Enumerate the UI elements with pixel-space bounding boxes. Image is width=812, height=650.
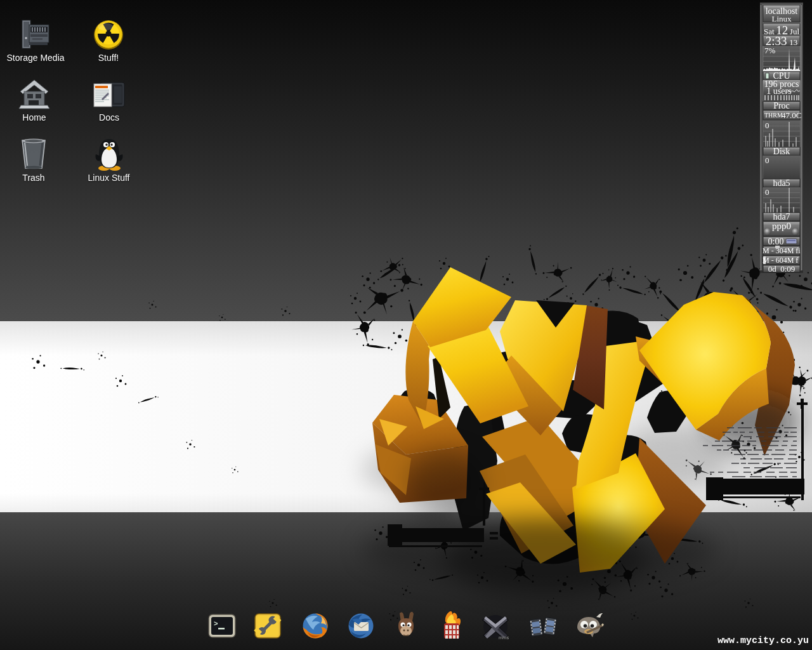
- svg-text:>: >: [214, 620, 218, 628]
- svg-text:mms: mms: [499, 635, 509, 640]
